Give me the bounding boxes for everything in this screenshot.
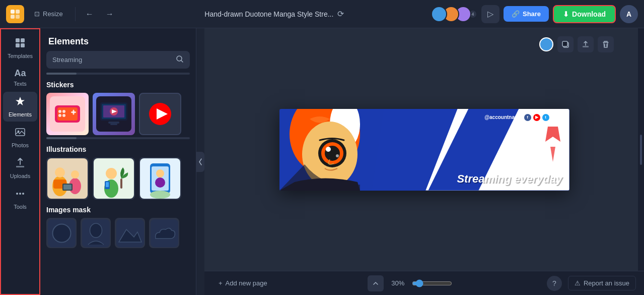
- collaborators: 4: [431, 6, 477, 22]
- sidebar-item-templates[interactable]: Templates: [3, 33, 37, 63]
- sidebar-item-elements[interactable]: Elements: [3, 92, 37, 122]
- download-label: Download: [572, 10, 606, 18]
- bottom-bar: + Add new page 30% ? ⚠ Rep: [204, 271, 644, 295]
- svg-point-10: [16, 193, 18, 195]
- redo-button[interactable]: →: [102, 6, 118, 22]
- color-picker-button[interactable]: [539, 37, 553, 51]
- sidebar-item-label-uploads: Uploads: [10, 173, 30, 179]
- add-page-label: Add new page: [226, 279, 267, 287]
- sticker-item-play[interactable]: [139, 93, 181, 135]
- share-icon: 🔗: [512, 10, 520, 18]
- user-menu-button[interactable]: A: [620, 5, 638, 23]
- bottom-right: ? ⚠ Report an issue: [547, 276, 636, 291]
- svg-rect-0: [11, 10, 15, 14]
- canvas-image-wrapper[interactable]: @accountname f ▶ t Streaming everyday: [279, 109, 569, 191]
- search-bar: [46, 51, 190, 69]
- svg-rect-43: [63, 185, 71, 190]
- search-icon[interactable]: [176, 55, 184, 65]
- avatar-1: [431, 6, 447, 22]
- sidebar-item-tools[interactable]: Tools: [3, 184, 37, 214]
- elements-icon: [15, 96, 26, 109]
- svg-point-12: [22, 193, 24, 195]
- sidebar-item-texts[interactable]: Aa Texts: [3, 64, 37, 91]
- app-logo: [6, 5, 24, 23]
- sidebar-item-photos[interactable]: Photos: [3, 123, 37, 152]
- resize-button[interactable]: ⊡ Resize: [28, 7, 69, 21]
- images-mask-grid: [46, 218, 190, 248]
- redo-icon: →: [106, 10, 114, 19]
- svg-rect-8: [16, 129, 25, 136]
- sidebar-item-label-elements: Elements: [9, 111, 32, 117]
- sticker-item-gaming[interactable]: [46, 93, 89, 135]
- svg-point-60: [90, 223, 102, 238]
- svg-point-41: [71, 170, 79, 179]
- add-page-icon: +: [219, 279, 223, 287]
- illustrations-section-title: Illustrations: [46, 145, 190, 153]
- svg-rect-47: [120, 179, 122, 189]
- elements-panel: Elements Stickers: [40, 28, 196, 295]
- svg-rect-65: [583, 46, 589, 47]
- search-input[interactable]: [52, 56, 172, 64]
- topbar-actions: 4 ▷ 🔗 Share ⬇ Download A: [431, 5, 638, 23]
- mask-cloud[interactable]: [149, 218, 179, 248]
- sticker-item-monitor[interactable]: [93, 93, 135, 135]
- twitter-icon: t: [542, 114, 549, 121]
- svg-rect-34: [189, 96, 190, 132]
- stickers-grid: ›: [46, 93, 190, 135]
- svg-point-54: [155, 178, 165, 188]
- right-scrollbar[interactable]: [638, 28, 644, 271]
- page-up-button[interactable]: [368, 275, 384, 291]
- download-icon: ⬇: [563, 10, 569, 18]
- uploads-icon: [15, 157, 26, 171]
- undo-icon: ←: [86, 10, 94, 19]
- svg-point-18: [62, 110, 65, 113]
- svg-rect-6: [16, 43, 20, 47]
- sidebar-item-label-templates: Templates: [8, 53, 33, 59]
- svg-rect-4: [16, 38, 20, 42]
- svg-rect-5: [21, 38, 25, 42]
- illus-item-phone[interactable]: [139, 157, 181, 200]
- sidebar-item-label-texts: Texts: [14, 81, 27, 87]
- templates-icon: [15, 37, 26, 51]
- mask-circle[interactable]: [46, 218, 77, 248]
- document-title: Hand-drawn Duotone Manga Style Stre...: [204, 10, 333, 18]
- svg-rect-2: [11, 15, 15, 19]
- report-issue-button[interactable]: ⚠ Report an issue: [568, 276, 636, 290]
- sidebar-item-label-tools: Tools: [14, 204, 27, 210]
- history-icon[interactable]: ⟳: [337, 9, 344, 19]
- account-text: @accountname: [484, 114, 522, 120]
- svg-rect-16: [57, 107, 78, 121]
- present-button[interactable]: ▷: [481, 5, 499, 23]
- share-button[interactable]: 🔗 Share: [504, 6, 549, 22]
- facebook-icon: f: [524, 114, 531, 121]
- zoom-slider[interactable]: [412, 279, 452, 287]
- main-area: Templates Aa Texts Elements Photos: [0, 28, 644, 295]
- canvas-image: @accountname f ▶ t Streaming everyday: [279, 109, 569, 191]
- user-initial: A: [626, 10, 631, 18]
- stickers-section-title: Stickers: [46, 81, 190, 89]
- illus-item-people[interactable]: [46, 157, 89, 200]
- undo-button[interactable]: ←: [82, 6, 98, 22]
- photos-icon: [15, 127, 26, 140]
- bottom-left: + Add new page: [212, 276, 273, 290]
- stickers-thumb: [46, 137, 77, 139]
- svg-point-20: [62, 114, 65, 117]
- present-icon: ▷: [487, 9, 493, 19]
- scroll-thumb: [46, 73, 77, 75]
- help-button[interactable]: ?: [547, 276, 562, 291]
- panel-collapse-handle[interactable]: [196, 152, 204, 172]
- sticker-item-more[interactable]: ›: [185, 93, 190, 135]
- duplicate-button[interactable]: [557, 36, 574, 52]
- sidebar-item-uploads[interactable]: Uploads: [3, 153, 37, 183]
- export-button[interactable]: [578, 36, 594, 52]
- add-page-button[interactable]: + Add new page: [212, 276, 273, 290]
- mask-mountain[interactable]: [115, 218, 145, 248]
- svg-rect-36: [47, 158, 88, 199]
- zoom-level: 30%: [388, 279, 408, 287]
- delete-button[interactable]: [598, 36, 614, 52]
- youtube-icon: ▶: [533, 114, 540, 121]
- svg-point-73: [336, 154, 339, 157]
- download-button[interactable]: ⬇ Download: [553, 5, 616, 23]
- illus-item-person-plant[interactable]: [93, 157, 135, 200]
- mask-head[interactable]: [81, 218, 111, 248]
